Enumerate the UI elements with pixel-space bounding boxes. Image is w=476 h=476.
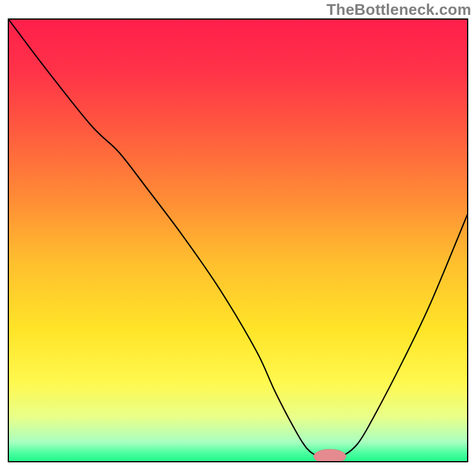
chart-stage: TheBottleneck.com [0,0,476,476]
gradient-background [8,19,468,462]
bottleneck-chart [0,0,476,476]
watermark-text: TheBottleneck.com [327,1,471,19]
